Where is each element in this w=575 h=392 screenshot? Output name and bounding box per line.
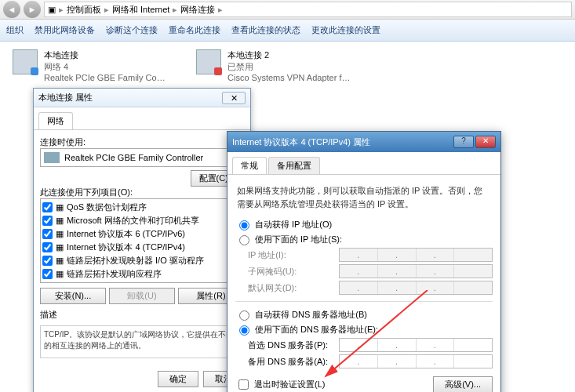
dns1-label: 首选 DNS 服务器(P): bbox=[248, 339, 334, 351]
organize-menu[interactable]: 组织 bbox=[6, 24, 24, 36]
connection-status: 网络 4 bbox=[44, 61, 169, 73]
list-item: ▦Internet 协议版本 6 (TCP/IPv6) bbox=[42, 227, 242, 241]
breadcrumb-item[interactable]: 网络和 Internet bbox=[112, 4, 169, 16]
dialog-titlebar[interactable]: 本地连接 属性 ✕ bbox=[34, 89, 250, 107]
connections-pane: 本地连接 网络 4 Realtek PCIe GBE Family Contr.… bbox=[0, 42, 575, 90]
connection-name: 本地连接 2 bbox=[227, 49, 353, 61]
toolbar-item[interactable]: 重命名此连接 bbox=[169, 24, 220, 36]
close-button[interactable]: ✕ bbox=[475, 136, 496, 148]
dns1-input[interactable]: ... bbox=[339, 338, 493, 352]
protocol-list[interactable]: ▦QoS 数据包计划程序 ▦Microsoft 网络的文件和打印机共享 ▦Int… bbox=[40, 198, 244, 283]
tab-strip: 网络 bbox=[34, 107, 250, 130]
dialog-title: 本地连接 属性 bbox=[38, 92, 93, 103]
tab-strip: 常规 备用配置 bbox=[227, 152, 500, 175]
dns-manual-radio[interactable] bbox=[239, 325, 249, 336]
folder-icon: ▣ bbox=[48, 5, 56, 15]
ip-auto-radio[interactable] bbox=[239, 220, 249, 230]
toolbar: 组织 禁用此网络设备 诊断这个连接 重命名此连接 查看此连接的状态 更改此连接的… bbox=[0, 20, 575, 42]
dns2-input[interactable]: ... bbox=[339, 354, 493, 368]
toolbar-item[interactable]: 禁用此网络设备 bbox=[35, 24, 95, 36]
connection-properties-dialog: 本地连接 属性 ✕ 网络 连接时使用: Realtek PCIe GBE Fam… bbox=[33, 88, 251, 392]
connection-adapter: Realtek PCIe GBE Family Contr... bbox=[44, 73, 169, 82]
ip-address-input: ... bbox=[339, 248, 493, 262]
install-button[interactable]: 安装(N)... bbox=[40, 288, 106, 304]
list-item: ▦链路层拓扑发现映射器 I/O 驱动程序 bbox=[42, 254, 242, 267]
dns2-label: 备用 DNS 服务器(A): bbox=[248, 356, 334, 368]
list-item: ▦QoS 数据包计划程序 bbox=[42, 201, 242, 214]
description-text: TCP/IP。该协议是默认的广域网络协议，它提供在不同的相互连接的网络上的通讯。 bbox=[40, 325, 244, 358]
adapter-name: Realtek PCIe GBE Family Controller bbox=[64, 153, 203, 162]
list-item: ▦Internet 协议版本 4 (TCP/IPv4) bbox=[42, 241, 242, 254]
connection-item[interactable]: 本地连接 2 已禁用 Cisco Systems VPN Adapter fo.… bbox=[196, 49, 361, 82]
toolbar-item[interactable]: 诊断这个连接 bbox=[106, 24, 158, 36]
explorer-header: ◄ ► ▣ ▸ 控制面板 ▸ 网络和 Internet ▸ 网络连接 ▸ bbox=[0, 0, 575, 20]
tab-alternate[interactable]: 备用配置 bbox=[268, 157, 320, 174]
help-button[interactable]: ? bbox=[453, 136, 474, 148]
tcpip-properties-dialog: Internet 协议版本 4 (TCP/IPv4) 属性 ? ✕ 常规 备用配… bbox=[227, 131, 501, 392]
network-adapter-icon bbox=[13, 49, 38, 74]
advanced-button[interactable]: 高级(V)... bbox=[433, 376, 493, 392]
tab-network[interactable]: 网络 bbox=[38, 112, 73, 129]
breadcrumb-item[interactable]: 控制面板 bbox=[67, 4, 101, 16]
items-label: 此连接使用下列项目(O): bbox=[40, 187, 244, 198]
ip-manual-radio[interactable] bbox=[239, 235, 249, 245]
forward-button[interactable]: ► bbox=[24, 1, 41, 18]
connect-using-label: 连接时使用: bbox=[40, 136, 244, 148]
validate-checkbox[interactable] bbox=[238, 379, 249, 390]
toolbar-item[interactable]: 更改此连接的设置 bbox=[311, 24, 380, 36]
tab-general[interactable]: 常规 bbox=[232, 157, 267, 174]
dialog-title: Internet 协议版本 4 (TCP/IPv4) 属性 bbox=[232, 136, 370, 148]
adapter-field: Realtek PCIe GBE Family Controller bbox=[40, 148, 244, 167]
ip-address-label: IP 地址(I): bbox=[248, 249, 334, 261]
connection-name: 本地连接 bbox=[44, 49, 169, 61]
gateway-label: 默认网关(D): bbox=[248, 282, 334, 294]
network-adapter-icon bbox=[196, 49, 221, 74]
subnet-label: 子网掩码(U): bbox=[248, 266, 334, 278]
back-button[interactable]: ◄ bbox=[3, 1, 20, 18]
close-button[interactable]: ✕ bbox=[222, 92, 246, 104]
breadcrumb-item[interactable]: 网络连接 bbox=[180, 4, 215, 16]
list-item: ▦链路层拓扑发现响应程序 bbox=[42, 267, 242, 281]
uninstall-button: 卸载(U) bbox=[109, 288, 175, 304]
ok-button[interactable]: 确定 bbox=[158, 371, 198, 387]
connection-item[interactable]: 本地连接 网络 4 Realtek PCIe GBE Family Contr.… bbox=[13, 49, 177, 82]
subnet-input: ... bbox=[339, 264, 493, 278]
adapter-icon bbox=[44, 152, 60, 163]
description-label: 描述 bbox=[40, 309, 244, 321]
dialog-titlebar[interactable]: Internet 协议版本 4 (TCP/IPv4) 属性 ? ✕ bbox=[227, 132, 500, 152]
gateway-input: ... bbox=[339, 281, 493, 295]
info-text: 如果网络支持此功能，则可以获取自动指派的 IP 设置。否则，您需要从网络系统管理… bbox=[237, 184, 491, 210]
dns-auto-radio[interactable] bbox=[239, 310, 249, 321]
connection-status: 已禁用 bbox=[227, 61, 353, 73]
connection-adapter: Cisco Systems VPN Adapter fo... bbox=[227, 73, 353, 82]
list-item: ▦Microsoft 网络的文件和打印机共享 bbox=[42, 214, 242, 227]
breadcrumb[interactable]: ▣ ▸ 控制面板 ▸ 网络和 Internet ▸ 网络连接 ▸ bbox=[44, 2, 572, 17]
toolbar-item[interactable]: 查看此连接的状态 bbox=[231, 24, 300, 36]
